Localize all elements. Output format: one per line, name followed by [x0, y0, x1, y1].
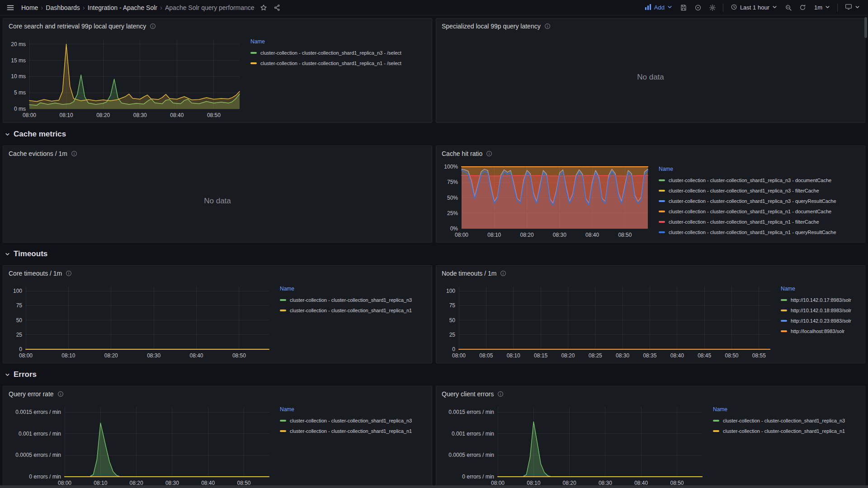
- dashboard-canvas: Core search and retrieval 99p local quer…: [0, 15, 868, 488]
- info-icon[interactable]: [66, 270, 72, 277]
- cache-hit-ratio-chart[interactable]: 0%25%50%75%100%08:0008:1008:2008:3008:40…: [441, 161, 652, 240]
- breadcrumb-item-folder[interactable]: Integration - Apache Solr: [85, 4, 160, 11]
- svg-text:08:25: 08:25: [589, 352, 602, 359]
- svg-text:08:55: 08:55: [752, 352, 766, 359]
- legend-item[interactable]: cluster-collection - cluster-collection_…: [280, 426, 427, 436]
- panel-header: Specialized local 99p query latency: [436, 19, 865, 34]
- section-row-timeouts[interactable]: Timeouts: [3, 243, 865, 265]
- legend-item[interactable]: cluster-collection - cluster-collection_…: [659, 206, 860, 216]
- share-dashboard-button[interactable]: [270, 1, 284, 14]
- series-color-swatch: [659, 221, 665, 223]
- info-icon[interactable]: [486, 150, 492, 157]
- legend-item[interactable]: cluster-collection - cluster-collection_…: [659, 196, 860, 206]
- legend-item[interactable]: cluster-collection - cluster-collection_…: [713, 415, 860, 426]
- save-dashboard-button[interactable]: [677, 1, 690, 14]
- series-color-swatch: [713, 430, 719, 432]
- series-color-swatch: [280, 299, 286, 301]
- zoom-out-time-button[interactable]: [782, 1, 795, 14]
- svg-text:08:35: 08:35: [643, 352, 656, 359]
- refresh-interval-picker[interactable]: 1m: [811, 1, 834, 14]
- info-icon[interactable]: [57, 391, 64, 397]
- panel-header: Core search and retrieval 99p local quer…: [3, 19, 432, 34]
- tv-mode-button[interactable]: [841, 1, 863, 14]
- series-color-swatch: [659, 200, 665, 202]
- tv-icon: [845, 3, 852, 12]
- series-color-swatch: [280, 310, 286, 311]
- svg-text:0.001 errors / min: 0.001 errors / min: [19, 431, 61, 437]
- panel-title[interactable]: Node timeouts / 1m: [442, 270, 496, 277]
- panel-specialized-latency: Specialized local 99p query latency No d…: [436, 18, 865, 123]
- legend-item[interactable]: cluster-collection - cluster-collection_…: [280, 415, 427, 426]
- svg-text:08:15: 08:15: [534, 352, 547, 359]
- panel-title[interactable]: Query client errors: [442, 390, 494, 398]
- breadcrumb-item-home[interactable]: Home: [19, 4, 40, 11]
- legend-item[interactable]: cluster-collection - cluster-collection_…: [713, 426, 860, 436]
- panel-title[interactable]: Core timeouts / 1m: [9, 270, 62, 277]
- svg-text:100: 100: [13, 288, 22, 294]
- legend: Namehttp://10.142.0.17:8983/solrhttp://1…: [774, 281, 860, 361]
- legend-item[interactable]: http://10.142.0.18:8983/solr: [781, 305, 860, 315]
- legend-header: Name: [659, 166, 860, 172]
- svg-text:20 ms: 20 ms: [11, 41, 26, 47]
- menu-toggle-button[interactable]: [4, 1, 17, 14]
- svg-text:08:50: 08:50: [618, 232, 632, 238]
- legend-header: Name: [713, 406, 860, 413]
- latency-time-series-chart[interactable]: 0 ms5 ms10 ms15 ms20 ms08:0008:1008:2008…: [8, 34, 244, 121]
- section-title: Errors: [14, 370, 37, 379]
- legend-item[interactable]: cluster-collection - cluster-collection_…: [250, 47, 427, 58]
- query-error-rate-chart[interactable]: 0 errors / min0.0005 errors / min0.001 e…: [8, 402, 274, 488]
- section-row-cache-metrics[interactable]: Cache metrics: [3, 123, 865, 145]
- series-color-swatch: [659, 231, 665, 233]
- series-name: http://localhost:8983/solr: [791, 328, 844, 334]
- info-icon[interactable]: [497, 391, 504, 397]
- node-timeouts-chart[interactable]: 025507510008:0008:0508:1008:1508:2008:25…: [441, 281, 774, 361]
- panel-title[interactable]: Query error rate: [9, 390, 54, 398]
- svg-text:08:50: 08:50: [207, 112, 221, 118]
- vertical-scrollbar-thumb[interactable]: [864, 17, 867, 38]
- legend-item[interactable]: cluster-collection - cluster-collection_…: [659, 216, 860, 227]
- breadcrumb-item-dashboards[interactable]: Dashboards: [43, 4, 82, 11]
- legend-item[interactable]: cluster-collection - cluster-collection_…: [659, 227, 860, 237]
- series-color-swatch: [250, 62, 257, 64]
- horizontal-scrollbar[interactable]: [0, 485, 868, 488]
- settings-gear-icon: [709, 4, 716, 11]
- star-dashboard-button[interactable]: [257, 1, 270, 14]
- legend-item[interactable]: http://localhost:8983/solr: [781, 326, 860, 336]
- section-row-errors[interactable]: Errors: [3, 363, 865, 386]
- legend-item[interactable]: cluster-collection - cluster-collection_…: [250, 58, 427, 68]
- panel-title[interactable]: Cache hit ratio: [442, 150, 482, 157]
- info-icon[interactable]: [150, 23, 156, 29]
- legend-item[interactable]: cluster-collection - cluster-collection_…: [280, 295, 427, 305]
- core-timeouts-chart[interactable]: 025507510008:0008:1008:2008:3008:4008:50: [8, 281, 274, 361]
- dashboard-settings-button[interactable]: [706, 1, 719, 14]
- panel-title[interactable]: Specialized local 99p query latency: [442, 23, 541, 30]
- divider: [723, 4, 723, 12]
- breadcrumb: Home › Dashboards › Integration - Apache…: [19, 4, 257, 11]
- time-range-picker[interactable]: Last 1 hour: [727, 1, 781, 14]
- svg-text:08:10: 08:10: [507, 352, 520, 359]
- refresh-dashboard-button[interactable]: [796, 1, 810, 14]
- panel-header: Cache evictions / 1m: [3, 146, 432, 161]
- series-color-swatch: [659, 211, 665, 212]
- info-icon[interactable]: [500, 270, 506, 277]
- dashboard-insights-button[interactable]: [691, 1, 705, 14]
- add-panel-button[interactable]: Add: [641, 1, 676, 14]
- legend-item[interactable]: cluster-collection - cluster-collection_…: [280, 305, 427, 315]
- panel-title[interactable]: Core search and retrieval 99p local quer…: [9, 23, 146, 30]
- divider: [837, 4, 838, 12]
- svg-text:08:00: 08:00: [452, 352, 466, 359]
- series-color-swatch: [280, 430, 286, 432]
- svg-text:0.0015 errors / min: 0.0015 errors / min: [15, 409, 61, 415]
- share-icon: [274, 4, 281, 11]
- svg-text:75%: 75%: [447, 179, 458, 185]
- legend-item[interactable]: cluster-collection - cluster-collection_…: [659, 185, 860, 196]
- legend-item[interactable]: cluster-collection - cluster-collection_…: [659, 175, 860, 185]
- legend-item[interactable]: http://10.142.0.23:8983/solr: [781, 315, 860, 326]
- query-client-errors-chart[interactable]: 0 errors / min0.0005 errors / min0.001 e…: [441, 402, 707, 488]
- info-icon[interactable]: [544, 23, 551, 29]
- panel-title[interactable]: Cache evictions / 1m: [9, 150, 67, 157]
- svg-text:0: 0: [19, 346, 22, 352]
- legend: Namecluster-collection - cluster-collect…: [707, 402, 860, 488]
- legend-item[interactable]: http://10.142.0.17:8983/solr: [781, 295, 860, 305]
- info-icon[interactable]: [71, 150, 77, 157]
